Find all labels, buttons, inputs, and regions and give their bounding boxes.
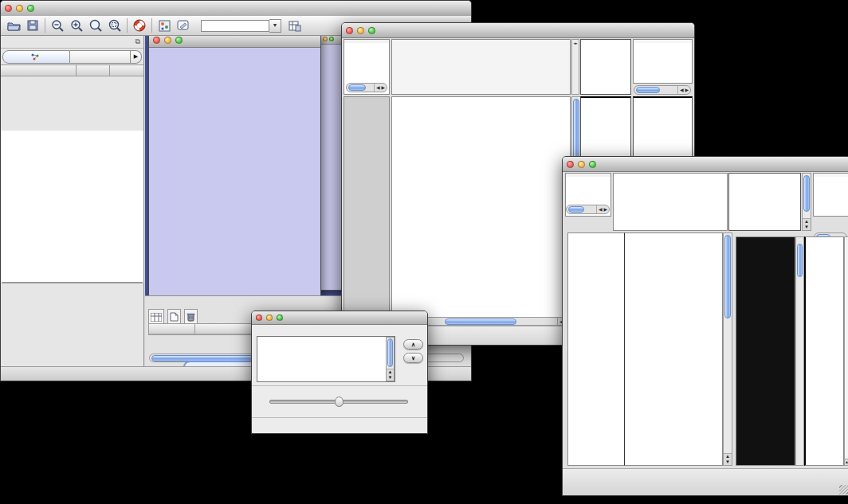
close-button[interactable] — [346, 27, 353, 34]
float-panel-icon[interactable]: ⧉ — [135, 37, 140, 46]
main-titlebar[interactable] — [1, 1, 471, 17]
dialog-titlebar[interactable] — [252, 311, 427, 325]
open-file-icon[interactable] — [4, 18, 23, 33]
treeview1-titlebar[interactable] — [342, 23, 694, 38]
network-overview-panel[interactable] — [2, 282, 143, 366]
tv2-button-bar — [563, 468, 848, 495]
close-button[interactable] — [153, 37, 160, 44]
zoom-in-icon[interactable] — [67, 18, 86, 33]
zoom-out-icon[interactable] — [48, 18, 67, 33]
tv2-zoom-heatmap[interactable] — [736, 236, 795, 466]
attribute-list-scrollbar[interactable]: ▲▼ — [386, 337, 395, 381]
network-graph-canvas[interactable] — [149, 48, 319, 295]
map-colors-dialog: ▲▼ ∧ ∨ — [251, 311, 428, 434]
minimize-button[interactable] — [357, 27, 364, 34]
save-session-icon[interactable] — [23, 18, 42, 33]
attribute-list[interactable]: ▲▼ — [257, 336, 395, 382]
tv1-usage-hints — [633, 39, 693, 84]
minimize-button[interactable] — [578, 161, 585, 168]
move-up-button[interactable]: ∧ — [403, 339, 423, 350]
col-header-network[interactable] — [1, 65, 77, 76]
help-lifesaver-icon[interactable] — [130, 18, 149, 33]
search-input[interactable] — [201, 20, 269, 32]
window-controls — [5, 5, 38, 12]
tv1-zoom-matrix-box[interactable] — [580, 96, 631, 157]
zoom-button[interactable] — [277, 315, 283, 321]
tv1-heatmap[interactable] — [391, 96, 571, 326]
col-header-nodes[interactable] — [77, 65, 110, 76]
data-col-id[interactable] — [149, 324, 195, 334]
zoom-selected-icon[interactable] — [105, 18, 124, 33]
zoom-fit-icon[interactable] — [86, 18, 105, 33]
tv1-hints-scrollbar[interactable]: ◀ ▶ — [634, 85, 691, 95]
zoom-button[interactable] — [175, 37, 183, 44]
annotation-icon[interactable] — [174, 18, 193, 33]
col-header-edges[interactable] — [110, 65, 143, 76]
network-list-empty-area — [1, 131, 143, 283]
close-button[interactable] — [256, 315, 262, 321]
tab-network[interactable] — [2, 50, 70, 64]
zoom-button[interactable] — [368, 27, 375, 34]
zoom-button[interactable] — [329, 37, 334, 41]
move-down-button[interactable]: ∨ — [403, 353, 423, 363]
tv2-gene-labels — [804, 236, 844, 466]
tv2-column-tree-area[interactable] — [613, 173, 728, 231]
treeview2-titlebar[interactable] — [563, 157, 848, 172]
tv1-status-scrollbar[interactable]: ◀ ▶ — [346, 83, 387, 92]
network-view-window[interactable] — [148, 36, 321, 295]
minimize-button[interactable] — [266, 315, 273, 321]
control-panel: ⧉ ▶ — [1, 36, 144, 367]
tv2-right-scrollbar[interactable]: ▲ — [844, 236, 848, 466]
tv2-heatmap[interactable] — [624, 232, 723, 466]
tv1-column-labels — [580, 39, 631, 95]
animation-speed-slider[interactable] — [269, 400, 408, 404]
tv1-column-dendrogram[interactable] — [391, 39, 571, 95]
minimize-button[interactable] — [16, 5, 23, 12]
tv2-column-labels — [728, 173, 801, 231]
tv1-row-dendrogram[interactable] — [344, 96, 390, 326]
table-import-icon[interactable] — [285, 18, 304, 33]
desktop: ▼ ⧉ ▶ — [0, 0, 848, 504]
network-tab-icon — [31, 53, 39, 61]
tab-overflow-button[interactable]: ▶ — [131, 50, 142, 64]
vizmapper-icon[interactable] — [155, 18, 174, 33]
close-button[interactable] — [567, 161, 574, 168]
zoom-button[interactable] — [27, 5, 34, 12]
tv2-header-vscrollbar[interactable]: ▲▼ — [802, 173, 811, 231]
tv1-view-status: ◀ ▶ — [344, 39, 390, 95]
tv1-zoom-gene-labels — [633, 96, 693, 157]
minimize-button[interactable] — [164, 37, 171, 44]
tv2-vscrollbar[interactable]: ▲▼ — [723, 232, 732, 466]
zoom-button[interactable] — [589, 161, 596, 168]
tv2-status-scrollbar[interactable]: ◀ ▶ — [566, 205, 610, 214]
slider-thumb[interactable] — [335, 397, 344, 407]
minimize-button[interactable] — [323, 37, 328, 41]
tab-vizmapper[interactable] — [70, 50, 131, 64]
search-dropdown-button[interactable]: ▼ — [269, 19, 281, 33]
tv1-pane-divider[interactable]: ◂▸ — [571, 39, 579, 95]
treeview2-window: ◀ ▶ ▲▼ ▲▼ ▲ — [562, 156, 848, 496]
tv2-row-dendrogram[interactable] — [567, 232, 624, 466]
tv2-zoom-vscrollbar[interactable] — [795, 236, 804, 466]
resize-grip[interactable] — [839, 485, 848, 494]
close-button[interactable] — [5, 5, 12, 12]
tv2-usage-hints — [813, 173, 848, 217]
